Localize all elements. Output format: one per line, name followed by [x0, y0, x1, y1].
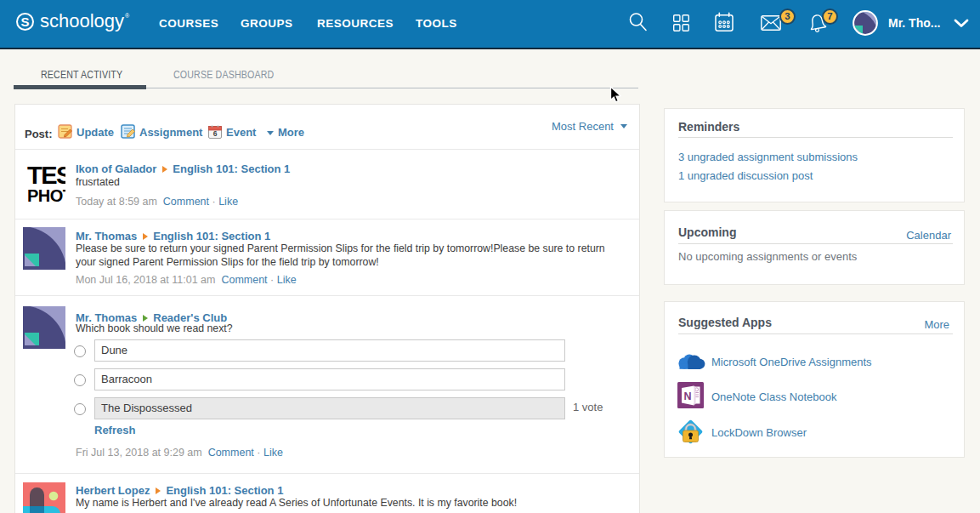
svg-text:6: 6 [213, 129, 218, 138]
svg-text:N: N [683, 390, 691, 402]
